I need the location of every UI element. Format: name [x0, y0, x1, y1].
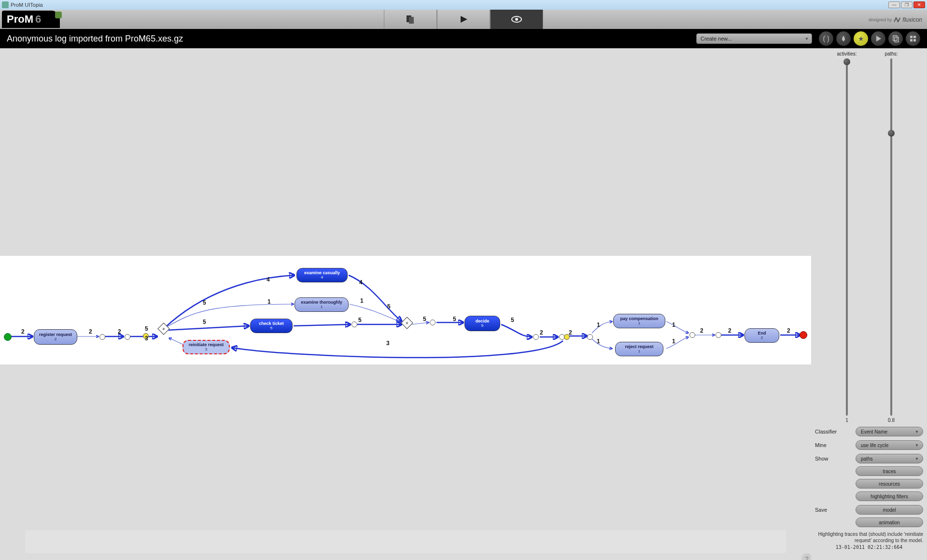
paths-track[interactable] [890, 58, 892, 416]
paths-value: 0.8 [888, 418, 895, 423]
activities-value: 1 [845, 418, 848, 423]
activities-slider: activities: 1 [833, 51, 860, 423]
svg-rect-7 [895, 37, 899, 42]
main-area: register request 2 reinitiate request 3 … [0, 48, 927, 560]
favorite-button[interactable]: ★ [854, 31, 868, 46]
play-small-icon [874, 35, 882, 42]
edge-count: 1 [597, 338, 600, 345]
place [533, 334, 539, 340]
place [125, 334, 130, 340]
node-check-ticket[interactable]: check ticket 5 [250, 319, 293, 333]
edge-count: 5 [145, 325, 148, 332]
node-register-request[interactable]: register request 2 [34, 329, 77, 345]
paths-label: paths: [885, 51, 898, 56]
classifier-label: Classifier [815, 429, 853, 434]
create-new-dropdown[interactable]: Create new... [696, 33, 812, 44]
node-end[interactable]: End 2 [744, 328, 779, 343]
tab-actions[interactable] [437, 10, 490, 29]
fluxicon-icon [894, 17, 900, 23]
svg-marker-5 [876, 36, 881, 42]
edge-count: 2 [569, 329, 572, 336]
edge-count: 5 [358, 317, 362, 323]
grid-button[interactable] [906, 31, 920, 46]
save-animation-button[interactable]: animation [856, 518, 923, 527]
edge-count: 1 [267, 298, 271, 305]
node-reinitiate-request[interactable]: reinitiate request 3 [183, 340, 230, 354]
edge-count: 1 [672, 322, 675, 328]
mine-dropdown[interactable]: use life cycle [856, 440, 923, 450]
svg-point-4 [515, 18, 518, 21]
node-pay-compensation[interactable]: pay compensation 1 [613, 314, 665, 328]
maximize-button[interactable]: ❐ [901, 1, 913, 8]
edge-count: 2 [89, 328, 92, 335]
edge-count: 3 [386, 340, 390, 347]
workspace-icon [405, 14, 416, 24]
node-examine-casually[interactable]: examine casually 4 [296, 268, 348, 282]
svg-marker-2 [461, 16, 467, 23]
activities-track[interactable] [846, 58, 848, 416]
tab-view[interactable] [490, 10, 543, 29]
edge-count: 2 [118, 328, 121, 335]
parentheses-button[interactable]: ( ) [819, 31, 833, 46]
logo-tab[interactable]: ProM 6 [2, 11, 60, 28]
node-decide[interactable]: decide 5 [464, 316, 500, 331]
window-title: ProM UITopia [11, 2, 43, 8]
grid-icon [909, 35, 917, 42]
drop-button[interactable] [836, 31, 851, 46]
start-place [4, 333, 12, 341]
edge-count: 5 [511, 317, 514, 323]
run-button[interactable] [871, 31, 885, 46]
activities-label: activities: [837, 51, 857, 56]
sliders: activities: 1 paths: 0.8 [815, 51, 923, 423]
classifier-row: Classifier Event Name [815, 427, 923, 436]
svg-rect-11 [913, 39, 916, 42]
designed-label: designed by [869, 17, 892, 22]
classifier-dropdown[interactable]: Event Name [856, 427, 923, 436]
place [689, 332, 695, 338]
logo-text: ProM [7, 13, 33, 26]
play-icon [458, 14, 469, 24]
edge-count: 4 [359, 279, 363, 286]
show-dropdown[interactable]: paths [856, 454, 923, 463]
place [430, 320, 435, 325]
edge-count: 2 [21, 328, 25, 335]
node-reject-request[interactable]: reject request 1 [615, 342, 663, 356]
minimize-button[interactable]: — [888, 1, 900, 8]
place [587, 334, 593, 340]
edge-count: 5 [387, 303, 391, 310]
highlighting-filters-button[interactable]: highlighting filters [856, 491, 923, 501]
logo-version: 6 [35, 13, 41, 26]
edge-count: 2 [540, 329, 543, 336]
edge-count: 5 [203, 299, 206, 306]
svg-rect-10 [910, 39, 913, 42]
copy-icon [892, 35, 899, 42]
node-examine-thoroughly[interactable]: examine thoroughly 1 [295, 297, 349, 312]
show-row: Show paths [815, 454, 923, 463]
show-label: Show [815, 456, 853, 462]
traces-button[interactable]: traces [856, 466, 923, 476]
diagram-canvas[interactable]: register request 2 reinitiate request 3 … [0, 48, 811, 560]
create-new-label: Create new... [701, 36, 732, 42]
save-label: Save [815, 507, 853, 513]
save-row: Save model [815, 505, 923, 515]
diagram-band [0, 256, 811, 364]
eye-icon [511, 14, 522, 24]
window-titlebar: ProM UITopia — ❐ ✕ [0, 0, 927, 10]
save-model-button[interactable]: model [856, 505, 923, 515]
help-button[interactable]: ? [801, 553, 811, 560]
tab-workspace[interactable] [384, 10, 437, 29]
designed-by: designed by fluxicon [869, 16, 922, 23]
paths-thumb[interactable] [888, 130, 895, 137]
activities-thumb[interactable] [843, 58, 850, 65]
paths-slider: paths: 0.8 [878, 51, 905, 423]
edge-count: 1 [672, 338, 675, 345]
edge-count: 5 [453, 316, 456, 322]
edge-count: 2 [700, 327, 703, 334]
resources-button[interactable]: resources [856, 479, 923, 489]
mine-row: Mine use life cycle [815, 440, 923, 450]
edge-count: 5 [423, 316, 426, 322]
page-title: Anonymous log imported from ProM65.xes.g… [7, 34, 696, 44]
copy-button[interactable] [888, 31, 903, 46]
close-button[interactable]: ✕ [913, 1, 925, 8]
svg-rect-9 [913, 36, 916, 38]
